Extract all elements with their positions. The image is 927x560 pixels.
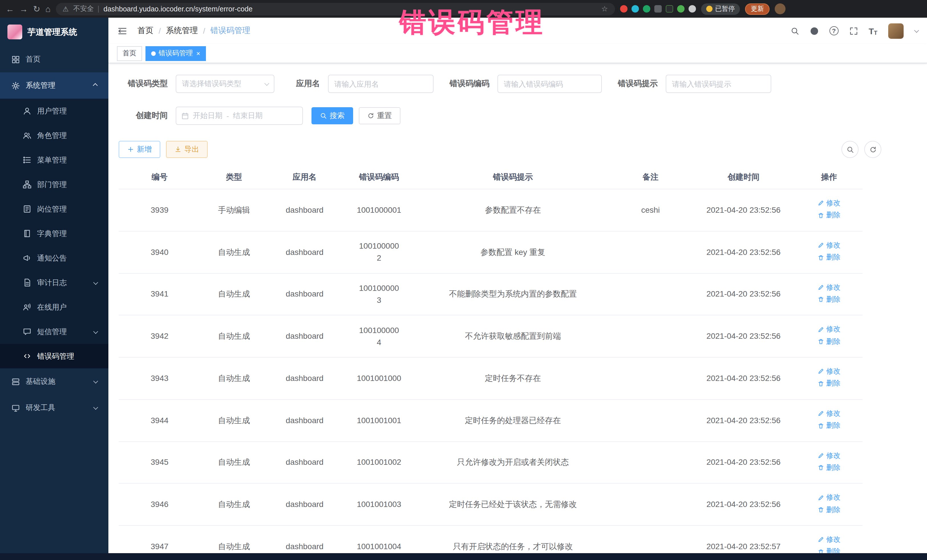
paused-chip[interactable]: 已暂停 [701,3,740,15]
sidebar-item-devtools[interactable]: 研发工具 [0,395,108,421]
cell-msg: 定时任务已经处于该状态，无需修改 [416,484,609,526]
sidebar-item-dict-mgmt[interactable]: 字典管理 [0,221,108,246]
sidebar-item-system[interactable]: 系统管理 [0,73,108,99]
error-msg-input[interactable] [666,75,771,93]
home-icon[interactable]: ⌂ [46,5,50,13]
close-icon[interactable]: × [196,50,200,57]
cell-app: dashboard [267,231,342,273]
sidebar-item-dept-mgmt[interactable]: 部门管理 [0,172,108,197]
sidebar-item-post-mgmt[interactable]: 岗位管理 [0,197,108,221]
error-type-select[interactable]: 请选择错误码类型 [176,75,274,93]
sidebar-item-user-mgmt[interactable]: 用户管理 [0,99,108,123]
refresh-button[interactable] [864,141,881,158]
edit-button[interactable]: 修改 [818,366,840,377]
sidebar-item-error-code[interactable]: 错误码管理 [0,344,108,369]
extension-icon[interactable] [631,5,639,12]
edit-button[interactable]: 修改 [818,198,840,209]
browser-profile-avatar[interactable] [775,3,786,14]
cell-id: 3941 [119,273,201,316]
toggle-search-button[interactable] [842,141,859,158]
extension-icon[interactable] [643,5,650,12]
user-avatar[interactable] [888,23,904,38]
reload-icon[interactable]: ↻ [33,5,40,13]
sidebar-item-role-mgmt[interactable]: 角色管理 [0,123,108,148]
app-logo[interactable]: 芋道管理系统 [0,18,108,46]
breadcrumb-item[interactable]: 系统管理 [166,26,198,36]
delete-button[interactable]: 删除 [818,252,840,263]
cell-id: 3943 [119,357,201,399]
chevron-down-icon[interactable] [914,28,919,33]
sidebar-item-home[interactable]: 首页 [0,46,108,73]
search-button[interactable]: 搜索 [312,107,353,124]
error-code-input[interactable] [497,75,602,93]
sidebar-item-label: 基础设施 [26,376,55,387]
cell-code: 1001001002 [342,442,416,484]
security-warning-icon[interactable]: ⚠ [62,5,69,13]
edit-button[interactable]: 修改 [818,408,840,419]
delete-button[interactable]: 删除 [818,463,840,473]
sidebar-item-infra[interactable]: 基础设施 [0,369,108,395]
delete-button[interactable]: 删除 [818,546,840,553]
delete-button[interactable]: 删除 [818,504,840,515]
cell-type: 自动生成 [201,525,267,553]
app-name-input[interactable] [328,75,433,93]
tab-home[interactable]: 首页 [117,46,142,61]
help-icon[interactable]: ? [829,26,838,35]
cell-type: 手动编辑 [201,189,267,231]
trash-icon [818,464,825,471]
edit-button[interactable]: 修改 [818,282,840,293]
font-size-icon[interactable]: TT [869,26,877,36]
audit-log-icon [23,278,31,287]
error-code-label: 错误码编码 [450,79,489,89]
tab-error-code[interactable]: 错误码管理 × [146,46,206,61]
sidebar-item-audit-log[interactable]: 审计日志 [0,270,108,295]
edit-button[interactable]: 修改 [818,450,840,461]
delete-button[interactable]: 删除 [818,378,840,389]
update-chip[interactable]: 更新 [745,3,769,15]
edit-button[interactable]: 修改 [818,240,840,251]
delete-button[interactable]: 删除 [818,420,840,431]
search-icon[interactable] [790,27,799,35]
delete-button[interactable]: 删除 [818,210,840,221]
export-button[interactable]: 导出 [166,141,208,158]
security-label[interactable]: 不安全 [73,4,94,14]
fullscreen-icon[interactable] [849,27,858,35]
date-range-picker[interactable]: 开始日期 - 结束日期 [176,107,303,125]
sidebar-item-sms-mgmt[interactable]: 短信管理 [0,319,108,344]
url-text[interactable]: dashboard.yudao.iocoder.cn/system/error-… [103,5,597,13]
back-icon[interactable]: ← [6,5,14,13]
table-toolbar: 新增 导出 [119,141,917,158]
bookmark-star-icon[interactable]: ☆ [601,5,608,13]
edit-button[interactable]: 修改 [818,324,840,335]
extension-icon[interactable] [654,5,661,12]
pencil-icon [818,410,825,417]
table-row: 3940 自动生成 dashboard 100100000 2 参数配置 key… [119,231,863,273]
delete-button[interactable]: 删除 [818,294,840,305]
sidebar-item-notice[interactable]: 通知公告 [0,246,108,270]
sidebar-item-online-users[interactable]: 在线用户 [0,295,108,319]
github-icon[interactable] [810,27,818,35]
address-bar[interactable]: ⚠ 不安全 dashboard.yudao.iocoder.cn/system/… [56,3,615,15]
breadcrumb-item[interactable]: 首页 [137,26,153,36]
sidebar-toggle-icon[interactable] [117,26,127,36]
extension-icon[interactable] [666,5,673,12]
extension-icon[interactable] [620,5,627,12]
add-button[interactable]: 新增 [119,141,160,158]
cell-time: 2021-04-20 23:52:56 [691,399,795,442]
extension-icon[interactable] [677,5,684,12]
edit-button[interactable]: 修改 [818,534,840,545]
extensions-cluster [620,5,696,12]
sidebar-item-label: 错误码管理 [37,351,74,361]
extension-pin-icon[interactable] [688,5,696,12]
cell-time: 2021-04-20 23:52:56 [691,189,795,231]
sidebar-item-label: 通知公告 [37,253,67,263]
sidebar-item-menu-mgmt[interactable]: 菜单管理 [0,148,108,172]
forward-icon[interactable]: → [20,5,28,13]
cell-msg: 定时任务的处理器已经存在 [416,399,609,442]
reset-button[interactable]: 重置 [359,107,400,124]
cell-time: 2021-04-20 23:52:56 [691,357,795,399]
pencil-icon [818,242,825,249]
delete-button[interactable]: 删除 [818,336,840,347]
dictionary-icon [23,229,31,238]
edit-button[interactable]: 修改 [818,492,840,503]
